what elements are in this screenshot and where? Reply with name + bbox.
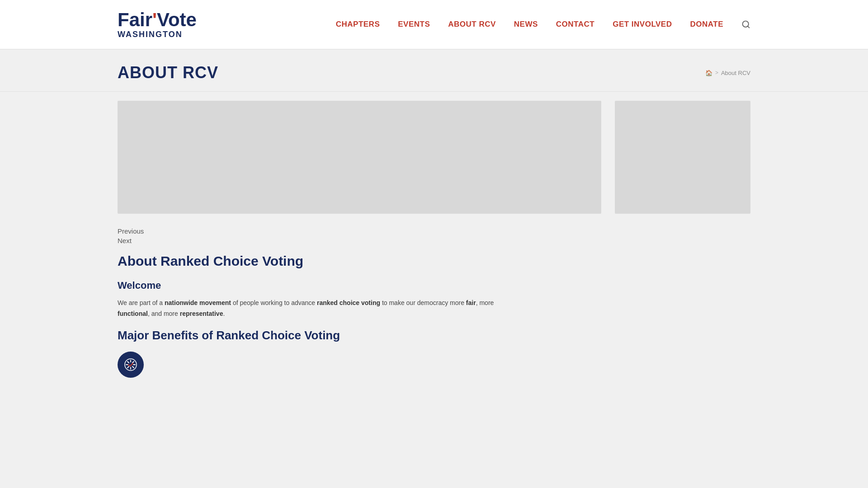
welcome-text-mid4: , and more [148,310,180,317]
logo-washington: WASHINGTON [118,30,197,39]
nav-news[interactable]: NEWS [514,20,538,29]
welcome-text-prefix: We are part of a [118,299,165,306]
welcome-bold-functional: functional [118,310,148,317]
welcome-bold-fair: fair [466,299,476,306]
site-logo[interactable]: Fair'Vote WASHINGTON [118,9,197,39]
welcome-text-mid1: of people working to advance [231,299,317,306]
svg-line-1 [748,26,750,28]
welcome-text-end: . [223,310,225,317]
nav-about-rcv[interactable]: ABOUT RCV [448,20,496,29]
welcome-text-mid2: to make our democracy more [380,299,466,306]
logo-vote: Vote [157,9,197,30]
breadcrumb-home[interactable]: 🏠 [705,70,712,76]
main-content: Previous Next About Ranked Choice Voting… [0,92,868,400]
breadcrumb-separator: > [715,70,718,76]
content-area [118,92,750,214]
article-welcome-title: Welcome [118,280,524,291]
welcome-bold-representative: representative [180,310,223,317]
pagination-links: Previous Next [118,223,750,253]
article-welcome-body: We are part of a nationwide movement of … [118,298,524,319]
page-title: ABOUT RCV [118,63,218,82]
previous-link[interactable]: Previous [118,227,750,235]
page-header: ABOUT RCV 🏠 > About RCV [0,50,868,92]
article-main-title: About Ranked Choice Voting [118,253,524,269]
article-content: About Ranked Choice Voting Welcome We ar… [118,253,524,400]
breadcrumb: 🏠 > About RCV [705,70,750,76]
benefits-title: Major Benefits of Ranked Choice Voting [118,328,524,343]
nav-chapters[interactable]: CHAPTERS [336,20,380,29]
breadcrumb-current: About RCV [721,70,750,76]
search-button[interactable] [741,20,750,29]
nav-donate[interactable]: DONATE [690,20,723,29]
welcome-bold-rcv: ranked choice voting [317,299,380,306]
logo-fair: Fair [118,9,152,30]
nav-events[interactable]: EVENTS [398,20,430,29]
site-header: Fair'Vote WASHINGTON CHAPTERS EVENTS ABO… [0,0,868,50]
logo-apostrophe: ' [152,9,157,30]
next-link[interactable]: Next [118,237,750,244]
nav-get-involved[interactable]: GET INVOLVED [613,20,672,29]
sidebar-area [615,101,750,214]
nav-contact[interactable]: CONTACT [556,20,594,29]
ranked-choice-icon [123,357,138,372]
welcome-bold-nationwide: nationwide movement [165,299,231,306]
welcome-text-mid3: , more [476,299,494,306]
video-area [118,101,601,214]
benefits-icon [118,352,144,378]
main-nav: CHAPTERS EVENTS ABOUT RCV NEWS CONTACT G… [336,20,750,29]
search-icon [741,20,750,29]
